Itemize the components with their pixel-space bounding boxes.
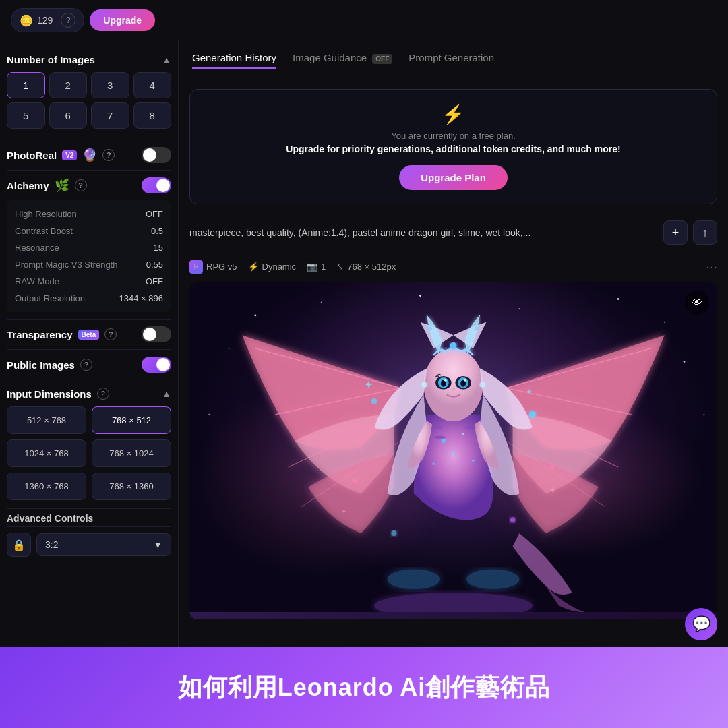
photoreal-badge: V2 xyxy=(62,150,77,160)
generation-history-label: Generation History xyxy=(192,52,276,63)
num-btn-6[interactable]: 6 xyxy=(49,102,88,129)
image-guidance-off-badge: OFF xyxy=(372,54,392,64)
coin-icon: 🪙 xyxy=(20,14,33,27)
svg-point-22 xyxy=(442,439,446,443)
tab-generation-history[interactable]: Generation History xyxy=(192,52,276,66)
svg-point-10 xyxy=(703,414,704,415)
photoreal-row: PhotoReal V2 🔮 ? xyxy=(7,140,171,170)
resonance-label: Resonance xyxy=(15,243,59,253)
prompt-row: masterpiece, best quality, (Anime:1.4), … xyxy=(179,212,728,253)
public-images-toggle[interactable] xyxy=(142,357,171,373)
model-item: R RPG v5 xyxy=(189,260,237,274)
tabs: Generation History Image Guidance OFF Pr… xyxy=(179,40,728,78)
num-btn-2[interactable]: 2 xyxy=(49,72,88,98)
bottom-banner-text: 如何利用Leonardo Ai創作藝術品 xyxy=(178,671,551,704)
tab-image-guidance[interactable]: Image Guidance OFF xyxy=(293,52,392,66)
resolution-icon: ⤡ xyxy=(336,262,344,272)
svg-point-26 xyxy=(472,459,475,462)
ratio-value: 3:2 xyxy=(45,539,58,550)
high-resolution-label: High Resolution xyxy=(15,209,77,219)
num-btn-8[interactable]: 8 xyxy=(133,102,172,129)
alchemy-raw-mode: RAW Mode OFF xyxy=(15,273,163,290)
dim-btn-1024x768[interactable]: 1024 × 768 xyxy=(7,439,86,467)
input-dimensions-header: Input Dimensions ? ▲ xyxy=(7,388,171,400)
chat-button[interactable]: 💬 xyxy=(685,608,717,640)
photoreal-toggle[interactable] xyxy=(142,147,171,163)
lock-button[interactable]: 🔒 xyxy=(7,533,31,557)
svg-point-48 xyxy=(550,465,554,469)
resolution-item: ⤡ 768 × 512px xyxy=(336,262,396,272)
more-options-button[interactable]: ··· xyxy=(706,259,717,274)
credits-count: 129 xyxy=(37,15,53,26)
alchemy-icon: 🌿 xyxy=(55,178,69,193)
prompt-generate-button[interactable]: ↑ xyxy=(693,220,717,245)
style-item: ⚡ Dynamic xyxy=(248,262,297,272)
dim-grid: 512 × 768 768 × 512 1024 × 768 768 × 102… xyxy=(7,406,171,500)
svg-point-7 xyxy=(229,348,230,349)
svg-point-45 xyxy=(371,398,377,404)
transparency-toggle[interactable] xyxy=(142,326,171,342)
transparency-label: Transparency xyxy=(7,329,73,340)
alchemy-contrast-boost: Contrast Boost 0.5 xyxy=(15,222,163,239)
transparency-row: Transparency Beta ? xyxy=(7,319,171,349)
style-icon: ⚡ xyxy=(248,262,259,272)
style-name: Dynamic xyxy=(262,262,297,272)
svg-point-49 xyxy=(391,530,396,536)
upgrade-button[interactable]: Upgrade xyxy=(90,9,155,31)
dim-btn-1360x768[interactable]: 1360 × 768 xyxy=(7,473,86,500)
output-resolution-value: 1344 × 896 xyxy=(119,293,163,303)
alchemy-toggle[interactable] xyxy=(142,177,171,193)
upgrade-banner: ⚡ You are currently on a free plan. Upgr… xyxy=(189,89,717,204)
resonance-value: 15 xyxy=(154,243,163,253)
svg-point-47 xyxy=(353,479,357,483)
num-btn-1[interactable]: 1 xyxy=(7,72,45,98)
model-name: RPG v5 xyxy=(206,262,237,272)
number-of-images-header: Number of Images ▲ xyxy=(7,54,171,65)
eye-button[interactable]: 👁 xyxy=(685,291,709,315)
contrast-boost-label: Contrast Boost xyxy=(15,226,73,236)
prompt-add-button[interactable]: + xyxy=(663,220,688,245)
banner-sub-text: You are currently on a free plan. xyxy=(204,131,703,141)
dimensions-help-icon[interactable]: ? xyxy=(97,388,109,400)
svg-point-50 xyxy=(510,517,516,522)
num-btn-5[interactable]: 5 xyxy=(7,102,45,129)
photoreal-help-icon[interactable]: ? xyxy=(102,149,115,161)
prompt-magic-value: 0.55 xyxy=(146,260,163,270)
num-btn-7[interactable]: 7 xyxy=(91,102,129,129)
dim-btn-768x512[interactable]: 768 × 512 xyxy=(92,406,171,434)
alchemy-left: Alchemy 🌿 ? xyxy=(7,178,87,193)
alchemy-settings: High Resolution OFF Contrast Boost 0.5 R… xyxy=(7,200,171,312)
chat-icon: 💬 xyxy=(692,615,710,633)
upgrade-plan-button[interactable]: Upgrade Plan xyxy=(399,165,508,190)
num-btn-4[interactable]: 4 xyxy=(133,72,172,98)
alchemy-help-icon[interactable]: ? xyxy=(75,179,87,191)
svg-point-39 xyxy=(452,388,456,391)
photoreal-left: PhotoReal V2 🔮 ? xyxy=(7,148,115,162)
alchemy-label: Alchemy xyxy=(7,180,49,191)
prompt-generation-label: Prompt Generation xyxy=(408,52,494,63)
dim-btn-768x1024[interactable]: 768 × 1024 xyxy=(92,439,171,467)
svg-point-43 xyxy=(439,348,444,353)
prompt-text: masterpiece, best quality, (Anime:1.4), … xyxy=(189,227,658,238)
alchemy-resonance: Resonance 15 xyxy=(15,239,163,256)
dim-btn-512x768[interactable]: 512 × 768 xyxy=(7,406,86,434)
svg-point-25 xyxy=(432,462,435,465)
svg-point-1 xyxy=(254,314,256,316)
num-btn-3[interactable]: 3 xyxy=(91,72,129,98)
ratio-select[interactable]: 3:2 ▼ xyxy=(36,533,171,556)
svg-point-41 xyxy=(480,382,485,388)
number-of-images-title: Number of Images xyxy=(7,54,95,65)
transparency-help-icon[interactable]: ? xyxy=(104,328,117,340)
svg-text:✦: ✦ xyxy=(341,508,346,515)
public-images-help-icon[interactable]: ? xyxy=(80,359,92,371)
public-images-label: Public Images xyxy=(7,359,75,371)
dim-btn-768x1360[interactable]: 768 × 1360 xyxy=(92,473,171,500)
svg-point-23 xyxy=(462,433,464,435)
svg-text:✦: ✦ xyxy=(549,485,557,495)
bottom-banner: 如何利用Leonardo Ai創作藝術品 xyxy=(0,647,728,728)
svg-point-24 xyxy=(452,452,455,456)
help-icon[interactable]: ? xyxy=(61,13,75,28)
svg-point-6 xyxy=(664,322,665,323)
chevron-up-icon: ▲ xyxy=(162,55,171,65)
tab-prompt-generation[interactable]: Prompt Generation xyxy=(408,52,494,66)
